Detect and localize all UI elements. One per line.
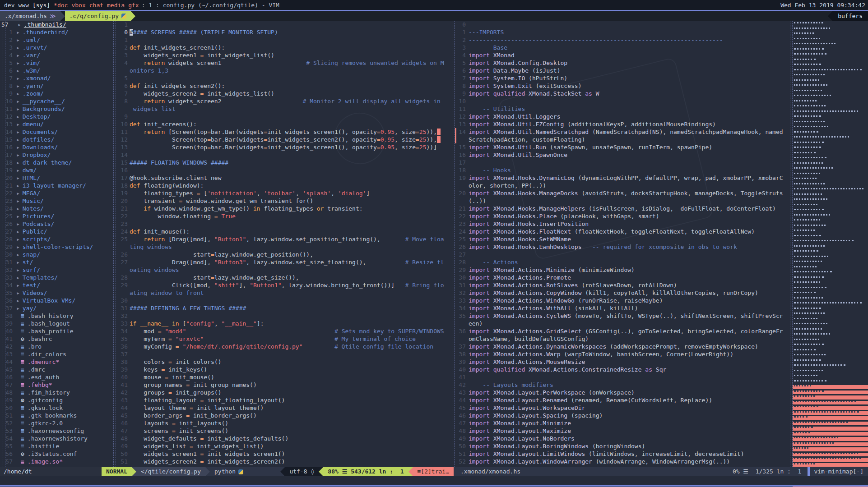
tree-item-gitconfig[interactable]: 49⚙.gitconfig	[0, 396, 100, 404]
code-line[interactable]: 0---------------------------------------…	[455, 21, 791, 28]
code-line[interactable]: 17	[455, 159, 791, 166]
nerdtree-pane[interactable]: 57▸.thumbnails/1▸.thunderbird/2▸.uml/3▸.…	[0, 21, 100, 467]
tree-item-fim_history[interactable]: 48≣.fim_history	[0, 389, 100, 396]
code-line[interactable]: 43import XMonad.Layout.PerWorkspace (onW…	[455, 389, 791, 396]
editor-pane-xmonad-hs[interactable]: 0---------------------------------------…	[455, 21, 791, 467]
code-line[interactable]: 22import XMonad.Hooks.Place (placeHook, …	[455, 212, 791, 220]
chevron-right-icon[interactable]: ▸	[18, 21, 24, 28]
tab-xmonad-hs[interactable]: .x/xmonad.hs ≫	[0, 11, 60, 21]
dwm-tag-gfx[interactable]: gfx	[126, 2, 140, 9]
code-line[interactable]: 49import XMonad.Layout.NoBorders	[455, 435, 791, 442]
code-line[interactable]: 34import XMonad.Actions.WithAll (sinkAll…	[455, 304, 791, 312]
code-line[interactable]: 51 widgets_screen2 = init_widgets_screen…	[102, 458, 454, 465]
chevron-right-icon[interactable]: ▸	[16, 281, 23, 289]
code-line[interactable]: 4 return widgets_screen1 # Slicing remov…	[102, 59, 454, 67]
tree-item-Notes[interactable]: 24▸Notes/	[0, 205, 100, 212]
tree-item-thunderbird[interactable]: 1▸.thunderbird/	[0, 28, 100, 36]
chevron-right-icon[interactable]: ▸	[16, 51, 23, 59]
tree-item-i3statusconf[interactable]: 56⚙.i3status.conf	[0, 450, 100, 458]
tree-item-Music[interactable]: 23▸Music/	[0, 197, 100, 205]
code-line[interactable]: 31##### DEFINING A FEW THINGS #####	[102, 304, 454, 312]
dwm-tag-doc[interactable]: *doc	[52, 2, 70, 9]
code-line[interactable]: 24def init_mouse():	[102, 228, 454, 235]
code-line[interactable]: ScratchpadAction, customFloating)	[455, 136, 791, 143]
code-line[interactable]: oating windows	[102, 266, 454, 274]
code-line[interactable]: 21import XMonad.Hooks.ManageHelpers (isF…	[455, 205, 791, 212]
code-line[interactable]: 36import XMonad.Actions.GridSelect (GSCo…	[455, 327, 791, 335]
code-line[interactable]: 21 if window.window.get_wm_type() in flo…	[102, 205, 454, 212]
code-line[interactable]: 33if __name__ in ["config", "__main__"]:	[102, 320, 454, 327]
tree-item-Public[interactable]: 27▸Public/	[0, 228, 100, 235]
chevron-right-icon[interactable]: ▸	[16, 182, 23, 189]
code-line[interactable]: 15##### FLOATING WINDOWS #####	[102, 159, 454, 166]
code-line[interactable]: 23	[102, 220, 454, 228]
code-line[interactable]: 35 myTerm = "urxvtc" # My terminal of ch…	[102, 335, 454, 343]
code-line[interactable]: 1	[102, 21, 454, 28]
code-line[interactable]: 44import XMonad.Layout.Renamed (renamed,…	[455, 396, 791, 404]
code-line[interactable]: 12import XMonad.Util.Loggers	[455, 113, 791, 120]
code-line[interactable]: 17@hook.subscribe.client_new	[102, 174, 454, 182]
tree-item-dwm[interactable]: 19▸dwm/	[0, 166, 100, 174]
tree-item-xmonad[interactable]: 7▸.xmonad/	[0, 74, 100, 82]
code-line[interactable]: 26import XMonad.Hooks.EwmhDesktops -- re…	[455, 243, 791, 251]
chevron-right-icon[interactable]: ▸	[16, 235, 23, 243]
chevron-right-icon[interactable]: ▸	[16, 274, 23, 281]
code-line[interactable]: 14import XMonad.Util.NamedScratchpad (Na…	[455, 128, 791, 136]
code-line[interactable]: onitors 1,3	[102, 67, 454, 74]
tree-item-w3m[interactable]: 6▸.w3m/	[0, 67, 100, 74]
tree-item-bashrc[interactable]: 41⚙.bashrc	[0, 335, 100, 343]
code-line[interactable]: widgets_list	[102, 105, 454, 113]
tree-item-histfile[interactable]: 55≣.histfile	[0, 442, 100, 450]
tree-item-bash_history[interactable]: 38≣.bash_history	[0, 312, 100, 320]
tree-item-shell-color-scripts[interactable]: 29▸shell-color-scripts/	[0, 243, 100, 251]
code-line[interactable]: 6def init_widgets_screen2():	[102, 82, 454, 90]
tree-item-fehbg[interactable]: 47≣.fehbg*	[0, 381, 100, 389]
code-line[interactable]: 8import System.Exit (exitSuccess)	[455, 82, 791, 90]
dwm-tag-chat[interactable]: chat	[88, 2, 105, 9]
chevron-right-icon[interactable]: ▸	[16, 197, 23, 205]
code-line[interactable]: 50import XMonad.Layout.BoringWindows (bo…	[455, 442, 791, 450]
tree-item-dir_colors[interactable]: 43≣.dir_colors	[0, 350, 100, 358]
chevron-right-icon[interactable]: ▸	[16, 74, 23, 82]
tree-item-yarn[interactable]: 8▸.yarn/	[0, 82, 100, 90]
tree-item-dmrc[interactable]: 45≣.dmrc	[0, 366, 100, 373]
code-line[interactable]: 39import XMonad.Actions.MouseResize	[455, 358, 791, 366]
chevron-right-icon[interactable]: ▸	[16, 120, 23, 128]
code-line[interactable]: 34 mod = "mod4" # Sets mod key to SUPER/…	[102, 327, 454, 335]
code-line[interactable]: 8 return widgets_screen2 # Monitor 2 wil…	[102, 97, 454, 105]
code-line[interactable]: 19 floating_types = ['notification', 'to…	[102, 189, 454, 197]
tree-item-gksulock[interactable]: 50≣.gksu.lock	[0, 404, 100, 412]
code-line[interactable]: 2def init_widgets_screen1():	[102, 44, 454, 51]
split-separator-mid-right[interactable]	[452, 21, 455, 467]
code-line[interactable]: 3 widgets_screen1 = init_widgets_list()	[102, 51, 454, 59]
tree-item-i3-layout-manager[interactable]: 21▸i3-layout-manager/	[0, 182, 100, 189]
chevron-right-icon[interactable]: ▸	[16, 174, 23, 182]
code-line[interactable]: 37	[102, 350, 454, 358]
code-line[interactable]: 45 border_args = init_border_args()	[102, 412, 454, 419]
code-line[interactable]: 13 Screen(top=bar.Bar(widgets=init_widge…	[102, 143, 454, 151]
dwm-tag-media[interactable]: media	[105, 2, 126, 9]
code-line[interactable]: 33import XMonad.Actions.WindowGo (runOrR…	[455, 297, 791, 304]
chevron-right-icon[interactable]: ▸	[16, 67, 23, 74]
code-line[interactable]: 20 transient = window.window.get_wm_tran…	[102, 197, 454, 205]
code-line[interactable]: 46 layouts = init_layouts()	[102, 419, 454, 427]
code-line[interactable]: 45import XMonad.Layout.WorkspaceDir	[455, 404, 791, 412]
code-line[interactable]: 29import XMonad.Actions.Minimize (minimi…	[455, 266, 791, 274]
chevron-right-icon[interactable]: ▸	[16, 159, 23, 166]
tree-item-dmenurc[interactable]: 44≣.dmenurc*	[0, 358, 100, 366]
code-line[interactable]: 28 start=lazy.window.get_size()),	[102, 274, 454, 281]
code-line[interactable]: 12 Screen(top=bar.Bar(widgets=init_widge…	[102, 136, 454, 143]
code-line[interactable]: 48import XMonad.Layout.Maximize	[455, 427, 791, 435]
code-line[interactable]: 41	[455, 373, 791, 381]
tree-item-Dropbox[interactable]: 17▸Dropbox/	[0, 151, 100, 159]
code-line[interactable]: 7 widgets_screen2 = init_widgets_list()	[102, 90, 454, 97]
vim-minimap[interactable]	[793, 21, 868, 467]
code-line[interactable]: 23import XMonad.Hooks.InsertPosition	[455, 220, 791, 228]
tree-item-yay[interactable]: 37▸yay/	[0, 304, 100, 312]
tree-item-var[interactable]: 4▸.var/	[0, 51, 100, 59]
tree-item-Videos[interactable]: 35▸Videos/	[0, 289, 100, 297]
code-line[interactable]: 14	[102, 151, 454, 159]
chevron-right-icon[interactable]: ▸	[16, 189, 23, 197]
code-line[interactable]: 2---------------------------------------…	[455, 36, 791, 44]
code-line[interactable]: 49 widgets_list = init_widgets_list()	[102, 442, 454, 450]
